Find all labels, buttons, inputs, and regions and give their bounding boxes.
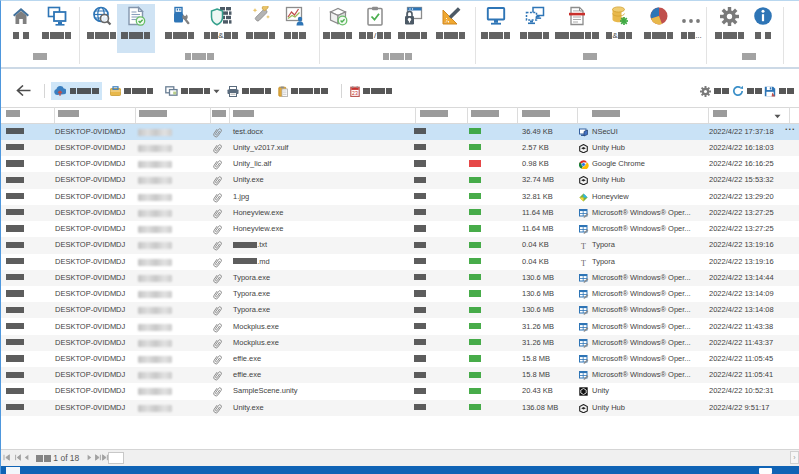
svg-text:23: 23 [352, 90, 358, 96]
svg-text:T: T [581, 258, 586, 267]
svg-text:T: T [581, 242, 586, 251]
